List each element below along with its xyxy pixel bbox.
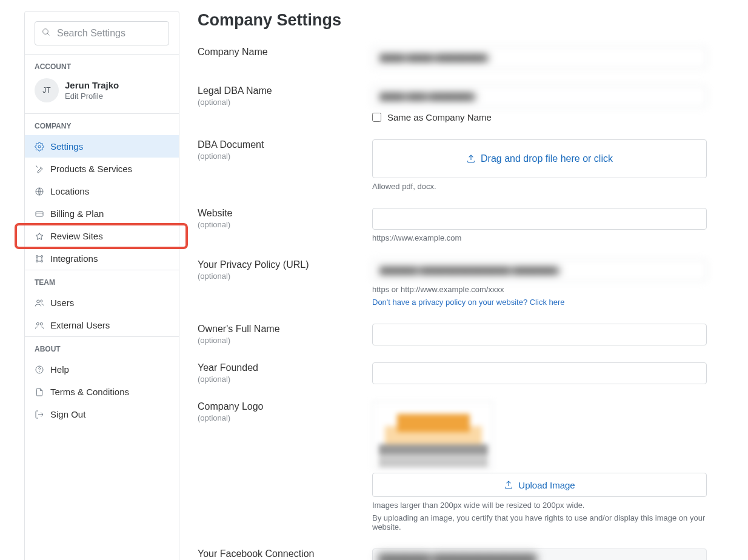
search-input[interactable] [57,28,162,39]
sidebar-item-settings[interactable]: Settings [25,135,179,158]
sidebar-item-locations[interactable]: Locations [25,180,179,202]
link-privacy-policy-help[interactable]: Don't have a privacy policy on your webs… [372,298,565,307]
label-sub: (optional) [198,152,372,161]
page-title: Company Settings [198,11,707,30]
facebook-connection-box[interactable]: ████████ ████████████████ [372,548,707,560]
sidebar-item-integrations[interactable]: Integrations [25,247,179,270]
help-website: https://www.example.com [372,233,707,242]
label-logo: Company Logo [198,401,372,412]
tools-icon [35,164,44,174]
label-sub: (optional) [198,413,372,422]
section-header-team: TEAM [25,270,179,292]
label-sub: (optional) [198,220,372,229]
label-facebook: Your Facebook Connection [198,548,372,559]
settings-sidebar: ACCOUNT JT Jerun Trajko Edit Profile COM… [24,11,179,560]
sign-out-icon [35,410,44,419]
label-website: Website [198,208,372,219]
help-dba-doc: Allowed pdf, docx. [372,182,707,191]
company-logo-preview [372,401,493,469]
search-icon [41,27,51,39]
help-logo-2: By uploading an image, you certify that … [372,513,707,532]
svg-point-2 [38,145,41,148]
globe-icon [35,187,44,196]
help-icon [35,365,44,375]
label-privacy: Your Privacy Policy (URL) [198,259,372,270]
star-icon [35,232,44,241]
search-settings[interactable] [35,21,169,45]
sidebar-item-products[interactable]: Products & Services [25,158,179,180]
svg-point-11 [37,300,40,303]
integrations-icon [35,254,44,264]
upload-image-label: Upload Image [518,480,575,490]
label-owner: Owner's Full Name [198,324,372,335]
input-owner[interactable] [372,324,707,345]
svg-point-7 [36,255,38,257]
profile-name: Jerun Trajko [65,80,119,90]
input-company-name[interactable] [372,47,707,68]
sidebar-item-external-users[interactable]: External Users [25,314,179,336]
sidebar-item-review-sites[interactable]: Review Sites [16,225,186,247]
dba-doc-dropzone[interactable]: Drag and drop file here or click [372,139,707,178]
sidebar-item-label: Integrations [50,253,98,264]
section-header-about: ABOUT [25,337,179,358]
gear-icon [35,142,44,152]
sidebar-item-label: Locations [50,186,89,196]
label-legal-dba: Legal DBA Name [198,85,372,96]
sidebar-item-help[interactable]: Help [25,358,179,381]
svg-marker-6 [36,233,43,239]
users-icon [35,298,44,308]
credit-card-icon [35,209,44,219]
svg-point-8 [41,255,43,257]
label-company-name: Company Name [198,47,372,58]
svg-point-10 [41,260,43,262]
svg-point-13 [36,322,39,325]
input-year-founded[interactable] [372,362,707,384]
sidebar-item-billing[interactable]: Billing & Plan [25,202,179,225]
svg-point-14 [40,322,42,325]
sidebar-item-terms[interactable]: Terms & Conditions [25,381,179,403]
dropzone-label: Drag and drop file here or click [481,153,613,164]
sidebar-item-users[interactable]: Users [25,292,179,314]
section-header-account: ACCOUNT [25,55,179,76]
edit-profile-link[interactable]: Edit Profile [65,92,119,101]
sidebar-item-label: Users [50,298,74,308]
label-sub: (optional) [198,98,372,107]
svg-point-9 [36,260,38,262]
svg-line-1 [47,33,49,35]
sidebar-item-label: External Users [50,320,110,330]
svg-rect-4 [36,212,43,216]
company-settings-form: Company Settings Company Name Legal DBA … [179,11,707,560]
section-header-company: COMPANY [25,114,179,135]
sidebar-item-label: Help [50,364,69,375]
label-sub: (optional) [198,375,372,384]
input-privacy-url[interactable] [372,259,707,281]
svg-point-16 [39,371,40,372]
sidebar-item-sign-out[interactable]: Sign Out [25,403,179,425]
sidebar-item-label: Billing & Plan [50,208,104,219]
input-legal-dba[interactable] [372,85,707,107]
sidebar-item-label: Review Sites [50,231,103,241]
svg-point-12 [41,300,42,302]
label-sub: (optional) [198,272,372,281]
avatar: JT [35,78,59,102]
upload-image-button[interactable]: Upload Image [372,473,707,497]
svg-point-0 [43,29,48,35]
sidebar-item-label: Settings [50,141,83,152]
checkbox-same-as-company[interactable] [372,113,381,122]
sidebar-item-label: Products & Services [50,164,132,174]
label-year: Year Founded [198,362,372,373]
document-icon [35,387,44,397]
label-sub: (optional) [198,336,372,345]
external-users-icon [35,321,44,330]
profile-block[interactable]: JT Jerun Trajko Edit Profile [25,76,179,113]
label-same-as-company[interactable]: Same as Company Name [387,112,492,122]
label-dba-doc: DBA Document [198,139,372,150]
sidebar-item-label: Terms & Conditions [50,387,129,397]
help-logo-1: Images larger than 200px wide will be re… [372,501,707,510]
input-website[interactable] [372,208,707,230]
help-privacy-1: https or http://www.example.com/xxxx [372,285,707,294]
sidebar-item-label: Sign Out [50,409,85,419]
